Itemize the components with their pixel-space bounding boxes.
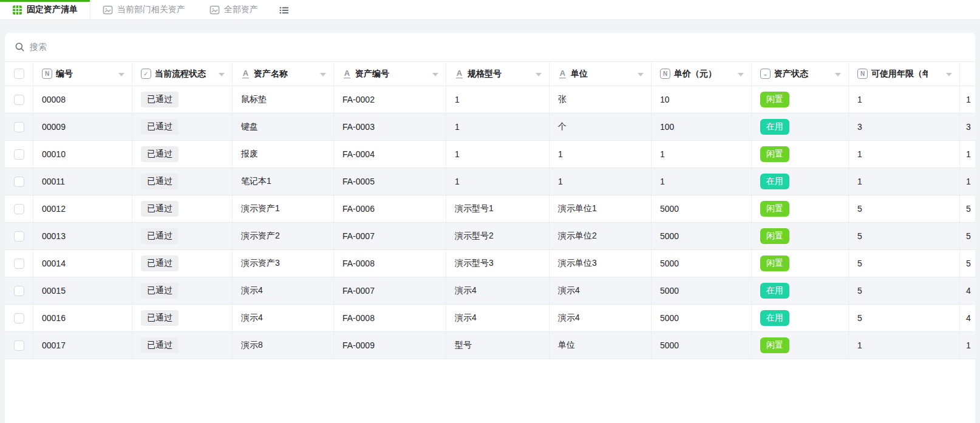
cell-price[interactable]: 5000 (652, 277, 752, 304)
cell-code[interactable]: FA-0006 (334, 195, 446, 222)
cell-flow_status[interactable]: 已通过 (132, 277, 233, 304)
cell-id[interactable]: 00015 (33, 277, 132, 304)
cell-code[interactable]: FA-0008 (334, 305, 446, 331)
cell-state[interactable]: 在用 (752, 168, 849, 195)
column-dropdown-arrow[interactable] (946, 73, 952, 76)
cell-unit[interactable]: 演示单位2 (550, 223, 652, 249)
cell-flow_status[interactable]: 已通过 (132, 195, 233, 222)
row-checkbox[interactable] (14, 149, 24, 160)
cell-price[interactable]: 1 (652, 141, 752, 168)
cell-years[interactable]: 5 (849, 223, 960, 249)
cell-years[interactable]: 5 (849, 305, 960, 331)
cell-model[interactable]: 1 (446, 168, 550, 195)
cell-model[interactable]: 演示型号3 (446, 250, 550, 277)
cell-years[interactable]: 5 (849, 250, 960, 277)
cell-id[interactable]: 00016 (33, 305, 132, 331)
cell-unit[interactable]: 演示4 (550, 277, 652, 304)
row-checkbox[interactable] (14, 340, 24, 351)
cell-id[interactable]: 00009 (33, 113, 132, 140)
cell-state[interactable]: 闲置 (752, 250, 849, 277)
cell-next[interactable]: 4 (960, 305, 975, 331)
cell-id[interactable]: 00014 (33, 250, 132, 277)
cell-next[interactable]: 1 (960, 86, 975, 113)
cell-state[interactable]: 在用 (752, 277, 849, 304)
cell-code[interactable]: FA-0005 (334, 168, 446, 195)
cell-id[interactable]: 00011 (33, 168, 132, 195)
row-checkbox[interactable] (14, 313, 24, 323)
cell-id[interactable]: 00017 (33, 332, 132, 359)
cell-name[interactable]: 演示资产2 (233, 223, 334, 249)
search-bar[interactable]: 搜索 (5, 33, 975, 62)
tab-fixed-asset-list[interactable]: 固定资产清单 (0, 0, 90, 19)
column-header-2[interactable]: ✓当前流程状态 (132, 62, 233, 86)
cell-model[interactable]: 型号 (446, 332, 550, 359)
row-checkbox[interactable] (14, 177, 24, 187)
cell-name[interactable]: 键盘 (233, 113, 334, 140)
cell-flow_status[interactable]: 已通过 (132, 113, 233, 140)
cell-price[interactable]: 5000 (652, 250, 752, 277)
cell-state[interactable]: 在用 (752, 113, 849, 140)
cell-years[interactable]: 1 (849, 86, 960, 113)
cell-code[interactable]: FA-0007 (334, 277, 446, 304)
row-checkbox[interactable] (14, 204, 24, 214)
row-checkbox[interactable] (14, 286, 24, 296)
cell-unit[interactable]: 张 (550, 86, 652, 113)
column-dropdown-arrow[interactable] (118, 73, 124, 76)
cell-code[interactable]: FA-0002 (334, 86, 446, 113)
select-all-checkbox[interactable] (14, 69, 24, 79)
cell-next[interactable]: 1 (960, 141, 975, 168)
view-list-button[interactable] (270, 0, 298, 19)
cell-name[interactable]: 笔记本1 (233, 168, 334, 195)
cell-model[interactable]: 1 (446, 113, 550, 140)
cell-model[interactable]: 1 (446, 86, 550, 113)
cell-code[interactable]: FA-0003 (334, 113, 446, 140)
cell-id[interactable]: 00012 (33, 195, 132, 222)
cell-state[interactable]: 闲置 (752, 195, 849, 222)
cell-unit[interactable]: 个 (550, 113, 652, 140)
cell-unit[interactable]: 演示单位1 (550, 195, 652, 222)
column-dropdown-arrow[interactable] (638, 73, 644, 76)
cell-id[interactable]: 00008 (33, 86, 132, 113)
cell-name[interactable]: 鼠标垫 (233, 86, 334, 113)
cell-next[interactable]: 5 (960, 250, 975, 277)
cell-flow_status[interactable]: 已通过 (132, 250, 233, 277)
column-dropdown-arrow[interactable] (738, 73, 744, 76)
cell-next[interactable]: 1 (960, 332, 975, 359)
cell-flow_status[interactable]: 已通过 (132, 305, 233, 331)
cell-price[interactable]: 1 (652, 168, 752, 195)
cell-unit[interactable]: 单位 (550, 332, 652, 359)
row-checkbox[interactable] (14, 95, 24, 105)
cell-unit[interactable]: 1 (550, 168, 652, 195)
cell-flow_status[interactable]: 已通过 (132, 86, 233, 113)
cell-flow_status[interactable]: 已通过 (132, 141, 233, 168)
cell-state[interactable]: 闲置 (752, 332, 849, 359)
cell-state[interactable]: 闲置 (752, 86, 849, 113)
cell-next[interactable]: 1 (960, 168, 975, 195)
cell-name[interactable]: 报废 (233, 141, 334, 168)
row-checkbox[interactable] (14, 231, 24, 242)
column-header-4[interactable]: A资产编号 (334, 62, 446, 86)
column-header-7[interactable]: N单价（元） (652, 62, 752, 86)
cell-name[interactable]: 演示4 (233, 305, 334, 331)
column-header-8[interactable]: ⌄资产状态 (752, 62, 849, 86)
cell-model[interactable]: 演示4 (446, 305, 550, 331)
cell-years[interactable]: 5 (849, 277, 960, 304)
cell-next[interactable]: 3 (960, 113, 975, 140)
cell-id[interactable]: 00010 (33, 141, 132, 168)
cell-code[interactable]: FA-0007 (334, 223, 446, 249)
cell-years[interactable]: 1 (849, 168, 960, 195)
cell-state[interactable]: 在用 (752, 305, 849, 331)
cell-unit[interactable]: 演示4 (550, 305, 652, 331)
cell-unit[interactable]: 演示单位3 (550, 250, 652, 277)
column-header-5[interactable]: A规格型号 (446, 62, 550, 86)
cell-years[interactable]: 3 (849, 113, 960, 140)
cell-next[interactable]: 5 (960, 223, 975, 249)
cell-state[interactable]: 闲置 (752, 223, 849, 249)
cell-model[interactable]: 演示型号2 (446, 223, 550, 249)
column-dropdown-arrow[interactable] (536, 73, 542, 76)
cell-next[interactable]: 4 (960, 277, 975, 304)
column-header-3[interactable]: A资产名称 (233, 62, 334, 86)
cell-code[interactable]: FA-0004 (334, 141, 446, 168)
cell-name[interactable]: 演示4 (233, 277, 334, 304)
column-header-partial[interactable] (960, 62, 975, 86)
